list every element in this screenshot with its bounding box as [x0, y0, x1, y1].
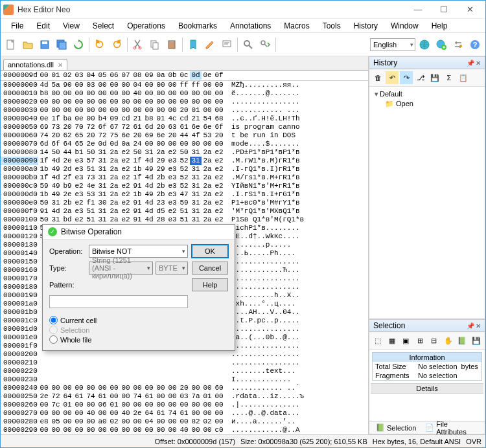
menu-history[interactable]: History: [349, 20, 383, 32]
history-forward-icon[interactable]: ↷: [400, 71, 413, 84]
hex-row[interactable]: 000000f0914d2ae351312ae2914dd5e251312ae2…: [1, 207, 368, 216]
hex-row[interactable]: 00000060742062652072756e20696e20444f5320…: [1, 131, 368, 140]
bottom-tab-attributes[interactable]: 📄 File Attributes: [421, 420, 482, 435]
hex-row[interactable]: 000000b01f4d2fe373312ae21f4d2be352312ae2…: [1, 174, 368, 182]
hex-row[interactable]: 000000706d6f64652e0d0d0a2400000000000000…: [1, 140, 368, 148]
paste-button[interactable]: [164, 37, 179, 52]
copy-button[interactable]: [147, 37, 163, 52]
dialog-icon: ✓: [48, 227, 57, 236]
minimize-button[interactable]: —: [405, 2, 431, 17]
panel-pin-icon[interactable]: 📌: [467, 322, 474, 330]
history-clear-icon[interactable]: 🗑: [371, 71, 384, 84]
help-button[interactable]: ?: [467, 37, 483, 52]
pattern-input[interactable]: [49, 295, 188, 308]
globe-add-button[interactable]: [434, 37, 449, 52]
hex-row[interactable]: 0000002000000000000000000000000000000000…: [1, 98, 368, 106]
cancel-button[interactable]: Cancel: [192, 262, 228, 274]
undo-button[interactable]: [92, 37, 108, 52]
open-file-button[interactable]: [20, 37, 36, 52]
hex-row[interactable]: 000001005031bde251312ae2914d28e351312ae2…: [1, 216, 368, 224]
hex-row[interactable]: 000000e050312be2f1302ae2914d23e359312ae2…: [1, 199, 368, 207]
history-filter-icon[interactable]: Σ: [443, 71, 456, 84]
save-all-button[interactable]: [54, 37, 69, 52]
hex-row[interactable]: 0000027000000000400000402e64617461000000…: [1, 409, 368, 418]
history-branch-icon[interactable]: ⎇: [414, 71, 427, 84]
sel-tool-7[interactable]: 📗: [456, 334, 469, 347]
menu-view[interactable]: View: [58, 20, 85, 32]
menu-select[interactable]: Select: [87, 20, 119, 32]
menu-edit[interactable]: Edit: [31, 20, 55, 32]
panel-pin-icon[interactable]: 📌: [467, 60, 474, 67]
maximize-button[interactable]: ☐: [431, 2, 457, 17]
sel-tool-8[interactable]: 💾: [470, 334, 483, 347]
find-button[interactable]: [240, 37, 256, 52]
hex-row[interactable]: 00000080145044b150312ae250312ae250312ae2…: [1, 148, 368, 157]
hex-row[interactable]: 00000290000000000000000000000000400000c0…: [1, 426, 368, 434]
titlebar: Hex Editor Neo — ☐ ✕: [1, 1, 485, 19]
sel-tool-5[interactable]: ⊟: [428, 334, 441, 347]
selection-toolbar: ⬚ ▦ ▣ ⊞ ⊟ ✋ 📗 💾: [369, 332, 485, 350]
language-select[interactable]: English: [370, 38, 415, 51]
sel-tool-6[interactable]: ✋: [442, 334, 455, 347]
hex-row[interactable]: 000000d01b492ee353312ae21b492be347312ae2…: [1, 190, 368, 199]
tab-close-icon[interactable]: ✕: [58, 62, 63, 69]
history-copy-icon[interactable]: 📋: [457, 71, 470, 84]
ok-button[interactable]: OK: [192, 245, 228, 258]
new-file-button[interactable]: [3, 37, 19, 52]
sel-tool-2[interactable]: ▦: [386, 334, 399, 347]
sel-tool-3[interactable]: ▣: [400, 334, 413, 347]
hex-row[interactable]: 00000220........text...: [1, 367, 368, 375]
file-tab[interactable]: annotations.dll ✕: [3, 59, 67, 70]
menu-tools[interactable]: Tools: [318, 20, 346, 32]
radio-whole-file[interactable]: Whole file: [49, 335, 228, 344]
menu-bookmarks[interactable]: Bookmarks: [173, 20, 222, 32]
hex-row[interactable]: 0000003000000000000000000000000020010000…: [1, 106, 368, 115]
cut-button[interactable]: [130, 37, 146, 52]
window-title: Hex Editor Neo: [17, 5, 405, 14]
menu-annotations[interactable]: Annotations: [225, 20, 276, 32]
menu-window[interactable]: Window: [386, 20, 424, 32]
hex-row[interactable]: 000002502e7264617461000074610000037a0100…: [1, 392, 368, 401]
svg-text:?: ?: [473, 41, 478, 49]
save-button[interactable]: [37, 37, 52, 52]
sel-tool-1[interactable]: ⬚: [371, 334, 384, 347]
globe-button[interactable]: [417, 37, 432, 52]
hex-row[interactable]: 00000260007c0100000601000000000000000000…: [1, 401, 368, 409]
help-button[interactable]: Help: [192, 278, 228, 291]
hex-row[interactable]: 000000901f4d2ee357312ae21f4d29e352312ae2…: [1, 157, 368, 165]
hex-row[interactable]: 00000200................: [1, 350, 368, 359]
menu-operations[interactable]: Operations: [122, 20, 170, 32]
hex-row[interactable]: 000000a01b492de351312ae21b4929e352312ae2…: [1, 165, 368, 174]
hex-row[interactable]: 000000400e1fba0e00b409cd21b8014ccd215468…: [1, 115, 368, 123]
hex-row[interactable]: 00000210................: [1, 359, 368, 367]
close-button[interactable]: ✕: [457, 2, 483, 17]
hex-row[interactable]: 000000c05949b9e24e312ae2914d2be352312ae2…: [1, 182, 368, 190]
hex-row[interactable]: 00000230І.............: [1, 375, 368, 384]
history-back-icon[interactable]: ↶: [386, 71, 399, 84]
hex-row[interactable]: 000000004d5a90000300000004000000ffff0000…: [1, 81, 368, 89]
svg-rect-2: [42, 41, 47, 44]
bookmark-button[interactable]: [185, 37, 201, 52]
find-next-button[interactable]: [257, 37, 273, 52]
redo-button[interactable]: [109, 37, 124, 52]
sel-tool-4[interactable]: ⊞: [413, 334, 426, 347]
panel-close-icon[interactable]: ✕: [476, 322, 481, 330]
tree-root[interactable]: ▾Default: [373, 89, 481, 99]
panel-close-icon[interactable]: ✕: [476, 60, 481, 67]
menu-help[interactable]: Help: [426, 20, 453, 32]
edit-button[interactable]: [202, 37, 218, 52]
hex-row[interactable]: 00000010b8000000000000004000000000000000…: [1, 89, 368, 98]
menu-file[interactable]: File: [6, 20, 29, 32]
refresh-button[interactable]: [71, 37, 86, 52]
hex-row[interactable]: 0000005069732070726f6772616d2063616e6e6f…: [1, 123, 368, 131]
tree-item-open[interactable]: 📁 Open: [373, 99, 481, 109]
settings-button[interactable]: [450, 37, 466, 52]
hex-row[interactable]: 00000280e805000000a002000004000000820200…: [1, 418, 368, 426]
menu-macros[interactable]: Macros: [279, 20, 314, 32]
operation-select[interactable]: Bitwise NOT: [89, 245, 188, 258]
radio-current-cell[interactable]: Current cell: [49, 316, 228, 324]
hex-row[interactable]: 0000024000000000000000000000000020000060…: [1, 384, 368, 392]
history-save-icon[interactable]: 💾: [428, 71, 441, 84]
annotation-button[interactable]: [219, 37, 235, 52]
bottom-tab-selection[interactable]: 📗 Selection: [372, 423, 420, 432]
